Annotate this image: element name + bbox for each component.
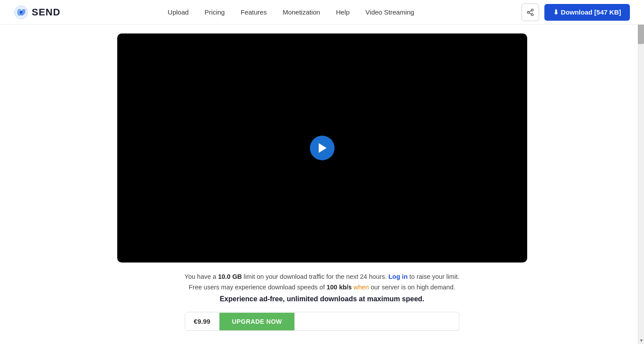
logo-text: SEND — [32, 7, 60, 18]
download-limit-notice: You have a 10.0 GB limit on your downloa… — [185, 273, 460, 280]
share-button[interactable] — [521, 4, 539, 21]
video-player[interactable] — [117, 33, 527, 263]
info-middle: limit on your download traffic for the n… — [242, 273, 389, 280]
play-button[interactable] — [310, 136, 335, 160]
speed-value: 100 kb/s — [327, 284, 352, 291]
login-link[interactable]: Log in — [388, 273, 408, 280]
nav-features[interactable]: Features — [241, 8, 267, 16]
data-limit: 10.0 GB — [218, 273, 242, 280]
speed-notice: Free users may experience download speed… — [185, 284, 460, 291]
upgrade-button[interactable]: UPGRADE NOW — [220, 313, 294, 330]
svg-line-7 — [529, 13, 532, 14]
scrollbar[interactable]: ▲ ▼ — [638, 0, 644, 344]
main-nav: Upload Pricing Features Monetization Hel… — [168, 8, 414, 16]
main-content: You have a 10.0 GB limit on your downloa… — [0, 25, 644, 344]
speed-prefix: Free users may experience download speed… — [189, 284, 327, 291]
nav-help[interactable]: Help — [336, 8, 350, 16]
nav-pricing[interactable]: Pricing — [205, 8, 225, 16]
speed-suffix: our server is on high demand. — [369, 284, 455, 291]
svg-line-8 — [529, 10, 532, 11]
info-section: You have a 10.0 GB limit on your downloa… — [185, 273, 460, 331]
info-prefix: You have a — [185, 273, 218, 280]
upgrade-pitch: Experience ad-free, unlimited downloads … — [185, 295, 460, 303]
nav-monetization[interactable]: Monetization — [283, 8, 320, 16]
header: SEND Upload Pricing Features Monetizatio… — [0, 0, 644, 25]
speed-when: when — [352, 284, 369, 291]
logo-icon — [14, 5, 28, 19]
play-icon — [319, 143, 327, 153]
scroll-down-arrow[interactable]: ▼ — [638, 337, 644, 344]
svg-point-3 — [20, 11, 22, 14]
share-icon — [526, 8, 534, 16]
nav-upload[interactable]: Upload — [168, 8, 189, 16]
info-suffix: to raise your limit. — [408, 273, 460, 280]
download-button[interactable]: ⬇ Download [547 KB] — [544, 4, 630, 21]
header-actions: ⬇ Download [547 KB] — [521, 4, 630, 21]
upgrade-section: €9.99 UPGRADE NOW — [185, 312, 460, 331]
logo-area: SEND — [14, 5, 60, 19]
price-label: €9.99 — [185, 312, 220, 330]
nav-video-streaming[interactable]: Video Streaming — [365, 8, 414, 16]
